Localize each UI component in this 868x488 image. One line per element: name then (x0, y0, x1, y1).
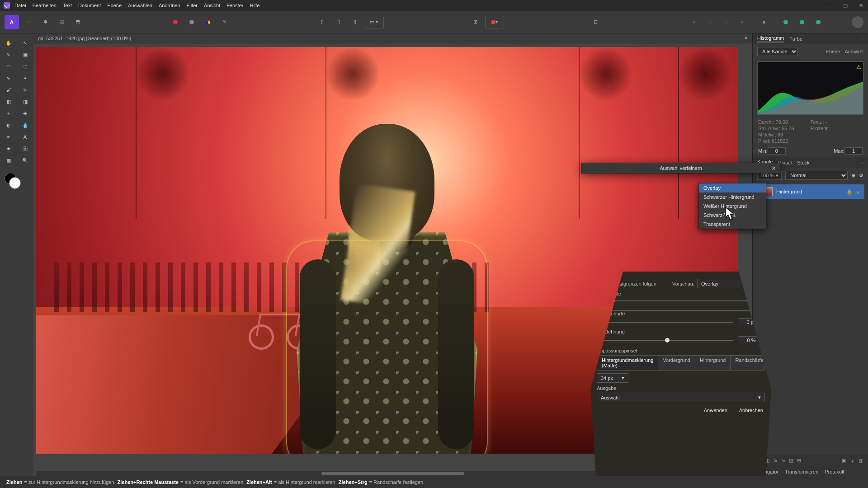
preview-option-overlay[interactable]: Overlay (699, 183, 766, 192)
panel-menu-icon[interactable]: ≡ (861, 469, 863, 474)
swatch-red-icon[interactable] (169, 16, 182, 28)
gradient-tool-icon[interactable]: ◧ (0, 96, 17, 108)
channel-icon[interactable]: ▥ (789, 458, 793, 465)
tab-stock[interactable]: Stock (797, 160, 810, 165)
dialog-titlebar[interactable]: Auswahl verfeinern ✕ (582, 163, 780, 173)
dialog-close-icon[interactable]: ✕ (771, 165, 776, 172)
artistic-text-icon[interactable]: Ⓐ (17, 143, 33, 155)
sync-a-icon[interactable] (779, 16, 792, 28)
zoom-tool-icon[interactable]: 🔍 (17, 155, 33, 166)
flood-select-icon[interactable]: ✦ (17, 72, 33, 84)
feather-slider[interactable] (597, 319, 733, 325)
expand-slider[interactable] (597, 338, 733, 343)
heal-tool-icon[interactable]: ✚ (17, 108, 33, 119)
visibility-checkbox[interactable]: ☑ (856, 189, 861, 195)
snap-icon[interactable]: ⊞ (469, 16, 481, 28)
persona-photo-icon[interactable]: A (5, 15, 19, 29)
menu-filter[interactable]: Filter (187, 3, 198, 8)
cancel-button[interactable]: Abbrechen (737, 407, 765, 414)
brush-mode-segmented[interactable]: Hintergrundmaskierung (Matte) Vordergrun… (597, 355, 765, 371)
layer-row-background[interactable]: Hintergrund 🔒 ☑ (756, 184, 864, 199)
paint-brush-icon[interactable]: 🖌 (0, 84, 17, 96)
panel-menu-icon[interactable]: ≡ (861, 36, 863, 42)
shape-tool-icon[interactable]: ★ (0, 143, 17, 155)
brush-mode-background[interactable]: Hintergrund (695, 356, 731, 370)
hist-max-input[interactable] (844, 147, 863, 155)
tab-color[interactable]: Farbe (789, 36, 802, 42)
output-dropdown[interactable]: Auswahl▾ (597, 393, 765, 402)
preview-option-black[interactable]: Schwarzer Hintergrund (699, 192, 766, 202)
menu-ansicht[interactable]: Ansicht (204, 3, 220, 8)
live-filter-icon[interactable]: ∿ (781, 458, 785, 465)
crop-layer-icon[interactable]: ⊟ (797, 458, 801, 465)
tab-history[interactable]: Protokoll (825, 469, 844, 474)
delete-layer-icon[interactable]: 🗑 (859, 458, 863, 465)
layer-settings-icon[interactable]: ⚙ (859, 173, 863, 178)
panel-menu-icon[interactable]: ≡ (861, 160, 863, 165)
persona-export-icon[interactable]: ⬒ (71, 16, 84, 28)
eraser-tool-icon[interactable]: ◨ (17, 96, 33, 108)
sync-b-icon[interactable] (796, 16, 808, 28)
brush-mode-matte[interactable]: Hintergrundmaskierung (Matte) (597, 356, 658, 370)
color-swatches[interactable] (5, 173, 21, 189)
dodge-tool-icon[interactable]: ◐ (0, 119, 17, 131)
lasso-tool-icon[interactable]: ∿ (0, 72, 17, 84)
account-avatar-icon[interactable] (852, 16, 863, 28)
preview-option-bw[interactable]: Schwarz-Weiß (699, 211, 766, 220)
hand-tool-icon[interactable]: ✋ (0, 37, 17, 49)
node-tool-icon[interactable]: ✎ (0, 49, 17, 61)
preview-option-transparent[interactable]: Transparent (699, 220, 766, 229)
fx-icon[interactable]: fx (774, 458, 778, 465)
hist-scope-ebene[interactable]: Ebene (826, 49, 840, 54)
lock-icon[interactable]: 🔒 (846, 189, 853, 195)
text-tool-icon[interactable]: A (17, 131, 33, 143)
layer-fx-icon[interactable]: ⊕ (851, 173, 855, 178)
menu-ebene[interactable]: Ebene (107, 3, 122, 8)
fill-tool-icon[interactable]: ⛭ (17, 84, 33, 96)
persona-develop-icon[interactable]: ✽ (39, 16, 52, 28)
tab-transform[interactable]: Transformieren (785, 469, 818, 474)
document-tab[interactable]: girl-535251_1920.jpg [Geändert] (100,0%)… (33, 33, 752, 43)
quicklook-icon[interactable]: ⊡ (590, 16, 602, 28)
crop-tool-icon[interactable]: ▣ (17, 49, 33, 61)
tab-close-icon[interactable]: ✕ (744, 35, 748, 41)
persona-liquify-icon[interactable]: 〰 (23, 16, 35, 28)
pen-tool-icon[interactable]: ✒ (0, 131, 17, 143)
brush-mode-feather[interactable]: Randschärfe (731, 356, 768, 370)
close-icon[interactable]: ✕ (857, 3, 864, 9)
apply-button[interactable]: Anwenden (702, 407, 729, 414)
swatch-grey-icon[interactable] (185, 16, 198, 28)
assistant-icon[interactable]: ≡ (758, 16, 770, 28)
menu-text[interactable]: Text (63, 3, 72, 8)
add-layer-icon[interactable]: ＋ (850, 458, 855, 465)
menu-bearbeiten[interactable]: Bearbeiten (33, 3, 57, 8)
group-icon[interactable]: ▣ (842, 458, 846, 465)
snap-options-dropdown[interactable]: ▾ (485, 16, 504, 28)
align-left-icon[interactable]: ▯ (316, 16, 329, 28)
menu-dokument[interactable]: Dokument (78, 3, 101, 8)
channel-select[interactable]: Alle Kanäle (757, 47, 798, 56)
persona-tone-icon[interactable]: ▤ (55, 16, 68, 28)
minimize-icon[interactable]: ― (826, 3, 834, 9)
menu-anordnen[interactable]: Anordnen (159, 3, 180, 8)
crop-ratio-dropdown[interactable]: ▭ ▾ (365, 16, 384, 28)
maximize-icon[interactable]: ▢ (842, 3, 849, 9)
align-right-icon[interactable]: ▯ (349, 16, 361, 28)
blend-mode-select[interactable]: Normal (785, 171, 848, 180)
clone-tool-icon[interactable]: ⌖ (0, 108, 17, 119)
selection-brush-icon[interactable]: ◠ (0, 61, 17, 72)
swatch-rainbow-icon[interactable] (202, 16, 214, 28)
brush-size-dropdown[interactable]: 34 px▾ (597, 373, 628, 383)
preview-option-white[interactable]: Weißer Hintergrund (699, 202, 766, 211)
preview-mode-popup[interactable]: Overlay Schwarzer Hintergrund Weißer Hin… (698, 183, 766, 229)
move-tool-icon[interactable]: ↖ (17, 37, 33, 49)
brush-mode-foreground[interactable]: Vordergrund (658, 356, 695, 370)
smudge-tool-icon[interactable]: 💧 (17, 119, 33, 131)
mesh-tool-icon[interactable]: ▦ (0, 155, 17, 166)
menu-auswaehlen[interactable]: Auswählen (128, 3, 152, 8)
align-center-icon[interactable]: ▯ (332, 16, 345, 28)
hist-scope-auswahl[interactable]: Auswahl (844, 49, 863, 54)
sync-c-icon[interactable] (812, 16, 825, 28)
tab-histogram[interactable]: Histogramm (757, 35, 784, 42)
swatch-picker-icon[interactable]: ✎ (218, 16, 231, 28)
